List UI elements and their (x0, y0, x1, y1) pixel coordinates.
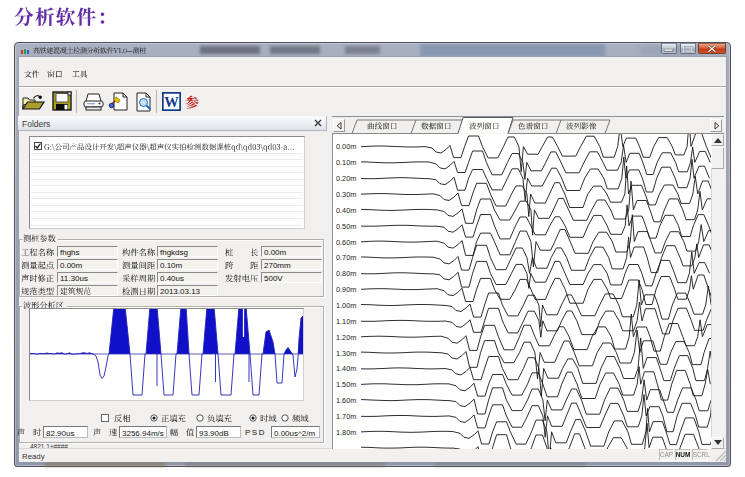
svg-text:W: W (164, 94, 179, 110)
